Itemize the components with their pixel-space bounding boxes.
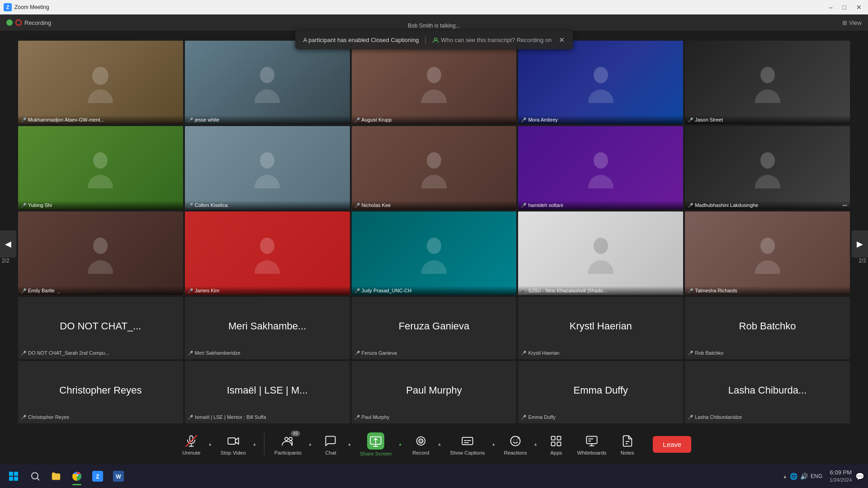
cc-banner: A participant has enabled Closed Caption… — [295, 31, 573, 49]
next-page-arrow[interactable]: ▶ — [852, 230, 868, 258]
svg-point-6 — [421, 89, 447, 103]
recording-label: Recording — [24, 19, 51, 26]
reactions-button[interactable]: Reactions — [500, 431, 532, 458]
video-tile-madhubhashini[interactable]: 🎤Madhubhashini Lakdusinghe••• — [685, 126, 850, 210]
video-tile-emily[interactable]: 🎤Emily Bartle_ — [18, 211, 183, 295]
text-tile-donotchat[interactable]: DO NOT CHAT_... 🎤DO NOT CHAT_Sarah 2nd C… — [18, 297, 183, 359]
participants-count: 49 — [291, 431, 300, 436]
svg-rect-54 — [586, 436, 597, 443]
text-tile-lasha[interactable]: Lasha Chiburda... 🎤Lasha Chiburdanidze — [685, 361, 850, 423]
cc-main-text: A participant has enabled Closed Caption… — [303, 37, 419, 43]
video-tile-august[interactable]: 🎤August Krupp — [352, 41, 517, 124]
svg-point-5 — [427, 67, 441, 83]
participants-caret[interactable]: ▲ — [306, 436, 314, 452]
reactions-caret[interactable]: ▲ — [532, 436, 540, 452]
svg-text:W: W — [116, 474, 121, 480]
text-tile-paul[interactable]: Paul Murphy 🎤Paul Murphy — [352, 361, 517, 423]
taskbar-file-explorer[interactable] — [46, 466, 66, 486]
cc-close-button[interactable]: ✕ — [559, 36, 565, 44]
notification-icon[interactable]: 💬 — [855, 472, 864, 481]
text-tile-emma[interactable]: Emma Duffy 🎤Emma Duffy — [518, 361, 683, 423]
taskbar-search[interactable] — [25, 466, 45, 486]
video-tile-judy[interactable]: 🎤Judy Prasad_UNC-CH — [352, 211, 517, 295]
whiteboards-button[interactable]: Whiteboards — [573, 431, 611, 458]
video-tile-sjsu[interactable]: 🎤SJSU - Nino Khazalashvili |Shado... — [518, 211, 683, 295]
svg-rect-43 — [462, 437, 472, 444]
video-tile-mukhammadjon[interactable]: 🎤Mukhammadjon Ataev-GW-ment... — [18, 41, 183, 124]
notes-icon — [620, 433, 635, 449]
tray-network[interactable]: 🌐 — [790, 473, 797, 480]
text-tile-krystl[interactable]: Krystl Haerian 🎤Krystl Haerian — [518, 297, 683, 359]
taskbar-apps: Z W — [25, 466, 128, 486]
svg-point-13 — [260, 152, 274, 169]
tray-expand[interactable]: ▲ — [783, 474, 787, 479]
svg-point-27 — [594, 238, 608, 254]
taskbar-zoom[interactable]: Z — [88, 466, 108, 486]
svg-point-8 — [588, 89, 613, 103]
video-tile-yubing[interactable]: 🎤Yubing Shi — [18, 126, 183, 210]
tray-speaker[interactable]: 🔊 — [800, 473, 808, 480]
chat-caret[interactable]: ▲ — [345, 436, 354, 452]
notes-button[interactable]: Notes — [613, 431, 642, 458]
minimize-button[interactable]: – — [826, 3, 835, 12]
text-tile-meri[interactable]: Meri Sakhambe... 🎤Meri Sakhamberidze — [185, 297, 350, 359]
text-tile-big-name: DO NOT CHAT_... — [60, 320, 141, 332]
video-caret[interactable]: ▲ — [250, 436, 259, 452]
svg-point-11 — [93, 152, 108, 169]
text-tile-ismael[interactable]: Ismaël | LSE | M... 🎤Ismaël | LSE | Ment… — [185, 361, 350, 423]
text-tile-rob[interactable]: Rob Batchko 🎤Rob Batchko — [685, 297, 850, 359]
chat-button[interactable]: Chat — [316, 431, 345, 458]
lang-label[interactable]: ENG — [811, 473, 822, 479]
video-tile-mora[interactable]: 🎤Mora Ambrey — [518, 41, 683, 124]
video-tile-hamideh[interactable]: 🎤hamideh soltani — [518, 126, 683, 210]
video-tile-jesse[interactable]: 🎤jesse white — [185, 41, 350, 124]
sys-tray: ▲ 🌐 🔊 ENG — [783, 473, 822, 480]
toolbar: Unmute ▲ Stop Video ▲ 49 Participants ▲ — [0, 424, 868, 465]
text-tile-christopher[interactable]: Christopher Reyes 🎤Christopher Reyes — [18, 361, 183, 423]
unmute-button[interactable]: Unmute — [177, 431, 206, 458]
stop-video-button[interactable]: Stop Video — [216, 431, 250, 458]
system-clock[interactable]: 6:09 PM 1/24/2024 — [830, 469, 852, 483]
svg-rect-63 — [9, 477, 13, 481]
taskbar-word[interactable]: W — [108, 466, 128, 486]
start-button[interactable] — [4, 466, 24, 486]
share-screen-caret[interactable]: ▲ — [396, 436, 404, 452]
video-tile-talmesha[interactable]: 🎤Talmesha Richards — [685, 211, 850, 295]
record-caret[interactable]: ▲ — [435, 436, 443, 452]
video-tile-colton[interactable]: 🎤Colton Kiselica — [185, 126, 350, 210]
maximize-button[interactable]: □ — [840, 3, 849, 12]
text-tile-feruza[interactable]: Feruza Ganieva 🎤Feruza Ganieva — [352, 297, 517, 359]
apps-icon — [548, 433, 564, 449]
cc-who-text: Who can see this transcript? Recording o… — [432, 37, 552, 44]
view-button[interactable]: ⊞ View — [842, 19, 862, 26]
close-button[interactable]: ✕ — [854, 3, 864, 12]
svg-point-14 — [255, 175, 280, 188]
svg-rect-50 — [552, 436, 555, 440]
svg-point-4 — [255, 89, 280, 103]
apps-button[interactable]: Apps — [542, 431, 571, 458]
share-screen-button[interactable]: Share Screen — [355, 430, 396, 459]
video-tile-james[interactable]: 🎤James Kim — [185, 211, 350, 295]
leave-button[interactable]: Leave — [653, 436, 691, 453]
video-tile-nicholas[interactable]: 🎤Nicholas Kee — [352, 126, 517, 210]
taskbar-chrome[interactable] — [67, 466, 87, 486]
svg-point-12 — [88, 175, 113, 188]
captions-caret[interactable]: ▲ — [490, 436, 498, 452]
participants-button[interactable]: 49 Participants — [270, 431, 306, 458]
video-tile-jason[interactable]: 🎤Jason Street — [685, 41, 850, 124]
svg-rect-34 — [228, 438, 235, 444]
green-dot — [6, 19, 13, 26]
svg-point-23 — [260, 238, 274, 254]
record-button[interactable]: Record — [406, 431, 435, 458]
unmute-caret[interactable]: ▲ — [206, 436, 214, 452]
text-row-1: DO NOT CHAT_... 🎤DO NOT CHAT_Sarah 2nd C… — [18, 297, 850, 359]
prev-page-arrow[interactable]: ◀ — [0, 230, 16, 258]
show-captions-button[interactable]: Show Captions — [445, 431, 489, 458]
text-tile-big-name: Ismaël | LSE | M... — [227, 385, 308, 396]
svg-point-1 — [92, 67, 108, 85]
svg-rect-62 — [14, 472, 18, 476]
svg-point-2 — [88, 89, 113, 103]
window-title: Zoom Meeting — [14, 4, 49, 10]
chat-icon — [323, 433, 338, 449]
participants-icon: 49 — [280, 433, 296, 449]
